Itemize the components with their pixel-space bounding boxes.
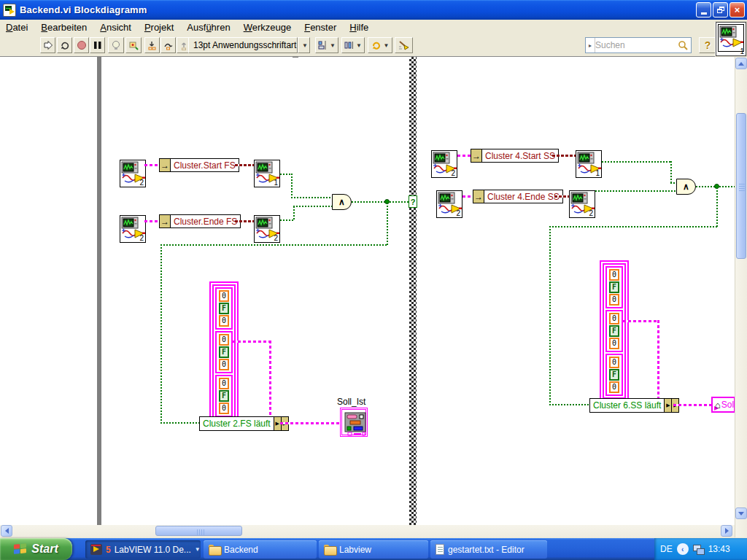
subvi-icon[interactable]: 2 xyxy=(254,215,280,243)
taskbar-button-labview-folder[interactable]: Labview xyxy=(319,540,428,559)
write-arrow-icon: → xyxy=(159,158,171,172)
property-node-cluster-4-start-ss[interactable]: → Cluster 4.Start SS xyxy=(471,149,559,163)
horizontal-scroll-thumb[interactable] xyxy=(155,526,242,536)
restore-button[interactable] xyxy=(713,2,728,18)
menu-item-fenster[interactable]: Fenster xyxy=(304,22,336,33)
abort-button[interactable] xyxy=(74,37,89,53)
numeric-constant[interactable]: 0 xyxy=(219,315,229,327)
minimize-button[interactable] xyxy=(696,2,711,18)
font-selector-dropdown[interactable]: ▼ xyxy=(298,37,310,53)
and-gate[interactable]: ∧ xyxy=(332,194,352,210)
vertical-scrollbar[interactable] xyxy=(735,57,747,537)
taskbar-button-labview-group[interactable]: 5 LabVIEW 11.0 De... ▼ xyxy=(85,540,201,559)
numeric-constant[interactable]: 0 xyxy=(609,338,619,349)
property-node-cluster-ende-fs[interactable]: → Cluster.Ende FS xyxy=(159,214,241,228)
menu-item-werkzeuge[interactable]: Werkzeuge xyxy=(244,22,292,33)
case-tunnel[interactable]: ? xyxy=(409,195,417,208)
subvi-icon[interactable]: 2 xyxy=(120,215,146,243)
run-arrow-icon xyxy=(43,40,53,50)
property-node-cluster-start-fs[interactable]: → Cluster.Start FS xyxy=(159,158,239,172)
step-over-button[interactable] xyxy=(160,37,176,53)
subvi-icon[interactable]: 2 xyxy=(436,190,462,218)
boolean-wire xyxy=(670,161,672,183)
numeric-constant[interactable]: 0 xyxy=(219,290,229,302)
taskbar-button-backend[interactable]: Backend xyxy=(204,540,317,559)
cleanup-diagram-button[interactable] xyxy=(395,37,413,53)
clock[interactable]: 13:43 xyxy=(708,544,730,554)
pause-button[interactable] xyxy=(90,37,105,53)
align-objects-dropdown[interactable]: ▼ xyxy=(315,37,338,53)
local-ref-soll-ist[interactable]: ▶ ⌂ Soll xyxy=(711,397,735,413)
cluster-indicator-soll-ist[interactable] xyxy=(340,408,368,437)
house-icon: ⌂ xyxy=(715,400,721,411)
structure-border-divider[interactable] xyxy=(409,57,417,525)
distribute-objects-dropdown[interactable]: ▼ xyxy=(341,37,365,53)
local-variable-cluster-2-fs-laeuft[interactable]: Cluster 2.FS läuft ▶ ▶ xyxy=(199,416,289,431)
numeric-constant[interactable]: 0 xyxy=(609,357,619,368)
chevron-left-icon xyxy=(5,528,9,534)
run-continuous-button[interactable] xyxy=(57,37,72,53)
boolean-constant[interactable]: F xyxy=(609,369,619,381)
menu-item-datei[interactable]: Datei xyxy=(6,22,28,33)
boolean-cluster-constant[interactable]: 0 F 0 0 F 0 0 F 0 xyxy=(209,281,239,423)
start-button[interactable]: Start xyxy=(0,538,72,560)
structure-border-left[interactable] xyxy=(97,57,101,525)
language-indicator[interactable]: DE xyxy=(660,544,673,554)
boolean-wire xyxy=(549,404,589,405)
boolean-constant[interactable]: F xyxy=(219,346,229,358)
property-node-cluster-4-ende-ss[interactable]: → Cluster 4.Ende SS xyxy=(473,190,563,203)
menu-item-ansicht[interactable]: Ansicht xyxy=(100,22,131,33)
taskbar-button-gestartet-editor[interactable]: gestartet.txt - Editor xyxy=(430,540,547,559)
subvi-icon[interactable]: 1 xyxy=(254,160,280,187)
menu-item-projekt[interactable]: Projekt xyxy=(144,22,174,33)
boolean-constant[interactable]: F xyxy=(219,303,229,314)
boolean-cluster-constant[interactable]: 0 F 0 0 F 0 0 F 0 xyxy=(600,260,629,402)
step-into-button[interactable] xyxy=(144,37,160,53)
local-variable-cluster-6-ss-laeuft[interactable]: Cluster 6.SS läuft ▶ ▶ xyxy=(589,398,679,413)
retain-wire-values-button[interactable] xyxy=(125,37,142,53)
vi-icon[interactable]: 1 xyxy=(716,22,746,56)
menu-item-ausfuehren[interactable]: Ausführen xyxy=(187,22,230,33)
cluster-wire xyxy=(269,341,271,416)
boolean-constant[interactable]: F xyxy=(219,390,229,402)
help-button[interactable]: ? xyxy=(699,37,716,53)
block-diagram[interactable]: 2 → Cluster.Start FS 1 2 → Cluster.Ende … xyxy=(0,57,735,525)
numeric-constant[interactable]: 0 xyxy=(219,402,229,414)
scroll-right-button[interactable] xyxy=(721,525,732,537)
subvi-icon[interactable]: 2 xyxy=(120,160,146,187)
subvi-icon[interactable]: 2 xyxy=(569,190,595,218)
numeric-constant[interactable]: 0 xyxy=(609,294,619,306)
boolean-constant[interactable]: F xyxy=(609,281,619,293)
close-button[interactable]: × xyxy=(729,2,745,18)
numeric-constant[interactable]: 0 xyxy=(609,269,619,281)
numeric-constant[interactable]: 0 xyxy=(609,313,619,324)
scroll-up-button[interactable] xyxy=(735,58,747,69)
run-button[interactable] xyxy=(40,37,55,53)
boolean-wire xyxy=(390,201,409,203)
lightbulb-icon xyxy=(111,40,121,50)
and-gate[interactable]: ∧ xyxy=(676,179,696,195)
numeric-constant[interactable]: 0 xyxy=(219,378,229,389)
broom-icon xyxy=(398,40,409,50)
tray-collapse-button[interactable]: ‹ xyxy=(677,543,689,555)
highlight-execution-button[interactable] xyxy=(108,37,124,53)
menu-item-hilfe[interactable]: Hilfe xyxy=(349,22,368,33)
scroll-down-button[interactable] xyxy=(735,508,747,519)
network-icon[interactable] xyxy=(693,545,704,554)
subvi-icon[interactable]: 1 xyxy=(576,150,602,178)
horizontal-scrollbar[interactable] xyxy=(0,525,735,537)
numeric-constant[interactable]: 0 xyxy=(219,334,229,346)
menu-item-bearbeiten[interactable]: Bearbeiten xyxy=(41,22,87,33)
numeric-constant[interactable]: 0 xyxy=(219,359,229,370)
reorder-dropdown[interactable]: ▼ xyxy=(368,37,392,53)
subvi-icon[interactable]: 2 xyxy=(431,150,457,178)
scroll-left-button[interactable] xyxy=(1,525,12,537)
probe-icon xyxy=(128,40,139,50)
windows-logo-icon xyxy=(14,543,27,556)
boolean-constant[interactable]: F xyxy=(609,325,619,337)
font-selector[interactable]: 13pt Anwendungsschriftart xyxy=(188,37,298,53)
search-input[interactable] xyxy=(595,40,678,50)
search-history-caret[interactable]: ▸ xyxy=(586,38,595,52)
numeric-constant[interactable]: 0 xyxy=(609,381,619,393)
vertical-scroll-thumb[interactable] xyxy=(736,113,746,259)
